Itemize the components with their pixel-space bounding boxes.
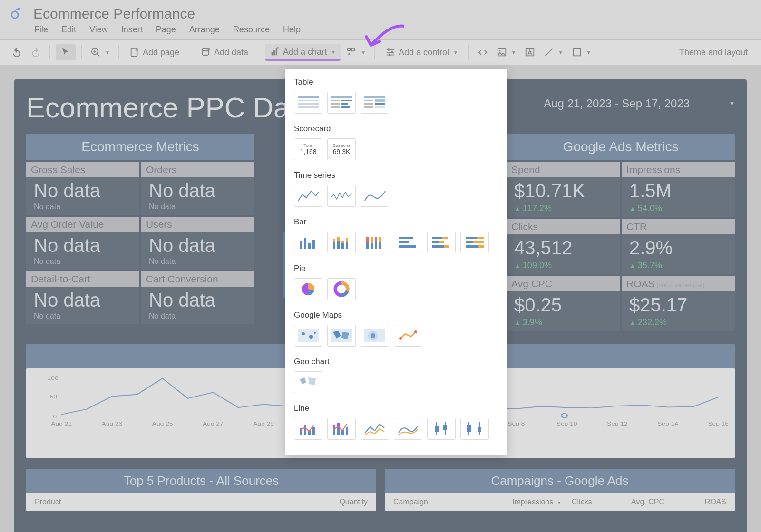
svg-rect-102 [478, 245, 484, 248]
chart-type-100stacked-bar[interactable] [460, 232, 489, 253]
svg-rect-14 [276, 48, 277, 56]
col-campaign[interactable]: Campaign [393, 498, 512, 506]
metric-label: CTR [622, 219, 735, 234]
menu-view[interactable]: View [89, 25, 108, 35]
svg-rect-63 [375, 99, 385, 102]
chart-type-stacked-bar[interactable] [427, 232, 456, 253]
chart-type-candlestick-grouped[interactable] [460, 418, 489, 440]
chart-type-line-chart[interactable] [361, 418, 389, 440]
add-chart-dropdown: Table Scorecard Total 1,168 Sessions 69.… [285, 69, 507, 455]
chart-type-geochart[interactable] [294, 371, 322, 393]
url-embed-button[interactable] [475, 44, 491, 60]
redo-button[interactable] [28, 44, 44, 60]
metric-card[interactable]: Avg Order Value No data No data [26, 217, 139, 270]
metric-card[interactable]: ROAS(conv. value/cost) $25.17 ▲ 232.2% [622, 276, 735, 331]
line-button[interactable]: ▼ [541, 44, 566, 60]
metric-value: 43,512 [514, 237, 612, 259]
top-products-table[interactable]: Top 5 Products - All Sources Product Qua… [26, 469, 376, 511]
chart-type-filled-map[interactable] [327, 325, 356, 347]
col-product[interactable]: Product [35, 498, 284, 506]
text-button[interactable] [522, 44, 538, 60]
chart-type-100stacked-column[interactable] [361, 232, 389, 253]
select-tool-button[interactable] [56, 44, 76, 60]
metric-card[interactable]: Spend $10.71K ▲ 117.2% [507, 162, 620, 217]
chart-type-timeseries[interactable] [294, 185, 322, 207]
svg-rect-100 [473, 241, 484, 243]
col-roas[interactable]: ROAS [691, 498, 726, 506]
menu-file[interactable]: File [34, 25, 48, 35]
metric-label: Gross Sales [26, 162, 139, 177]
chart-type-line-map[interactable] [394, 325, 422, 347]
menu-resource[interactable]: Resource [233, 25, 270, 35]
chart-type-combo[interactable] [294, 418, 322, 440]
col-clicks[interactable]: Clicks [572, 498, 631, 506]
chart-type-table-bars[interactable] [327, 92, 356, 114]
chart-type-stacked-combo[interactable] [327, 418, 356, 440]
chart-type-donut[interactable] [327, 278, 356, 300]
add-data-button[interactable]: Add data [196, 44, 253, 60]
chart-type-smoothed-timeseries[interactable] [361, 185, 389, 207]
chart-type-scorecard[interactable]: Total 1,168 [294, 138, 322, 160]
svg-text:Aug 25: Aug 25 [152, 421, 173, 426]
community-viz-button[interactable]: ▼ [343, 44, 369, 60]
chart-type-table-heatmap[interactable] [361, 92, 389, 114]
date-range-picker[interactable]: Aug 21, 2023 - Sep 17, 2023 ▼ [544, 91, 735, 116]
chart-type-table[interactable] [294, 92, 322, 114]
chart-type-smoothed-line[interactable] [394, 418, 422, 440]
chart-type-stacked-column[interactable] [327, 232, 356, 253]
menu-insert[interactable]: Insert [121, 25, 143, 35]
metric-card[interactable]: Clicks 43,512 ▲ 109.0% [507, 219, 620, 274]
svg-rect-58 [341, 103, 348, 105]
add-data-label: Add data [214, 48, 248, 58]
col-avg-cpc[interactable]: Avg. CPC [631, 498, 691, 506]
chart-type-heat-map[interactable] [361, 325, 389, 347]
svg-rect-89 [399, 241, 409, 243]
metric-card[interactable]: Cart Conversion No data No data [141, 271, 254, 324]
svg-rect-120 [312, 427, 315, 435]
metric-card[interactable]: Impressions 1.5M ▲ 54.0% [622, 162, 735, 217]
chart-type-sparkline[interactable] [327, 185, 356, 207]
shape-button[interactable]: ▼ [569, 44, 594, 60]
svg-rect-62 [364, 100, 373, 101]
metric-card[interactable]: Users No data No data [141, 217, 254, 270]
col-impressions[interactable]: Impressions ▼ [512, 498, 572, 506]
zoom-button[interactable]: ▼ [88, 44, 113, 60]
arrow-up-icon: ▲ [514, 205, 521, 213]
svg-point-108 [314, 332, 316, 334]
svg-text:Aug 21: Aug 21 [51, 421, 72, 426]
campaigns-table[interactable]: Campaigns - Google Ads Campaign Impressi… [385, 469, 735, 511]
svg-rect-13 [273, 50, 275, 55]
metric-card[interactable]: CTR 2.9% ▲ 35.7% [622, 219, 735, 274]
add-chart-button[interactable]: Add a chart ▼ [265, 44, 341, 61]
svg-text:Aug 23: Aug 23 [102, 421, 123, 426]
add-control-button[interactable]: Add a control ▼ [380, 44, 463, 60]
chart-type-column[interactable] [294, 232, 322, 253]
document-title[interactable]: Ecommerce Performance [33, 6, 195, 22]
metric-card[interactable]: Detail-to-Cart No data No data [26, 271, 139, 324]
metric-card[interactable]: Orders No data No data [141, 162, 254, 215]
undo-button[interactable] [9, 44, 25, 60]
col-quantity[interactable]: Quantity [284, 498, 368, 506]
chart-type-scorecard-compact[interactable]: Sessions 69.3K [327, 138, 356, 160]
ecommerce-metrics-panel: Ecommerce Metrics Gross Sales No data No… [26, 134, 254, 333]
image-button[interactable]: ▼ [494, 44, 519, 60]
dd-section-geochart: Geo chart [294, 357, 498, 367]
chart-type-pie[interactable] [294, 278, 322, 300]
menu-edit[interactable]: Edit [61, 25, 76, 35]
svg-rect-96 [444, 245, 449, 248]
chart-type-bar-horizontal[interactable] [394, 232, 422, 253]
metric-value: 2.9% [629, 237, 727, 259]
metric-card[interactable]: Avg CPC $0.25 ▲ 3.9% [507, 276, 620, 331]
menu-help[interactable]: Help [283, 25, 301, 35]
svg-rect-128 [435, 426, 439, 432]
add-chart-label: Add a chart [283, 47, 327, 57]
metric-sub: No data [149, 203, 247, 211]
add-page-button[interactable]: Add page [125, 44, 184, 60]
chart-type-candlestick[interactable] [427, 418, 456, 440]
metric-card[interactable]: Gross Sales No data No data [26, 162, 139, 215]
metric-sub: No data [149, 257, 247, 266]
menu-arrange[interactable]: Arrange [189, 25, 220, 35]
chart-type-bubble-map[interactable] [294, 325, 322, 347]
menu-page[interactable]: Page [156, 25, 176, 35]
theme-layout-button[interactable]: Theme and layout [674, 45, 752, 60]
